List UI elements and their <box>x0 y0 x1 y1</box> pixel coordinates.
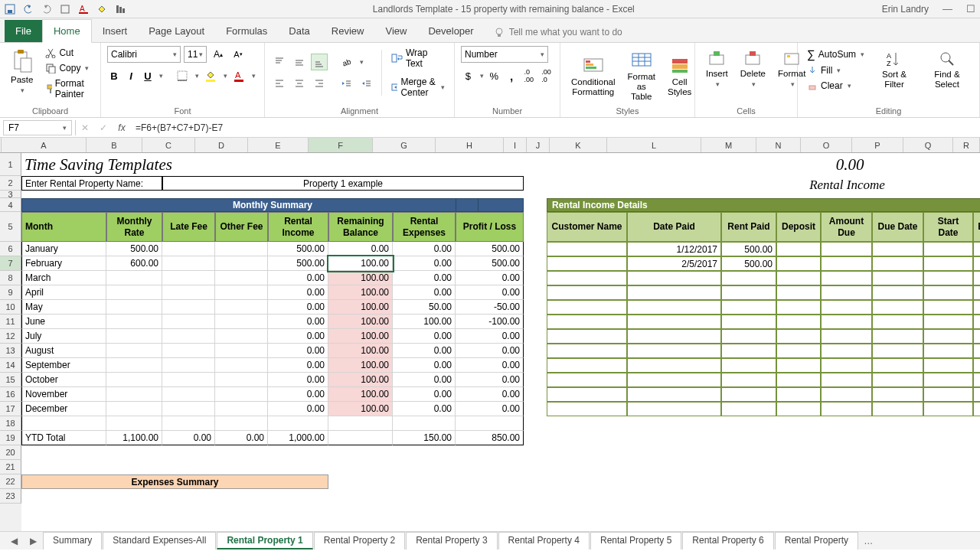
cell-Q15[interactable] <box>923 373 973 387</box>
cell-C6[interactable] <box>162 242 215 256</box>
border-icon[interactable] <box>174 67 191 84</box>
cell-E19[interactable]: 1,000.00 <box>268 431 328 445</box>
cell-N14[interactable] <box>776 358 821 373</box>
cell-A17[interactable]: December <box>21 402 106 416</box>
cell-O17[interactable] <box>821 402 872 416</box>
minimize-icon[interactable]: — <box>942 3 952 15</box>
cell-D11[interactable] <box>215 315 268 329</box>
cell-B6[interactable]: 500.00 <box>106 242 162 256</box>
cell-C18[interactable] <box>162 416 215 431</box>
cell-E9[interactable]: 0.00 <box>268 285 328 300</box>
cell-O5[interactable]: Amount Due <box>821 212 872 242</box>
cell-J4[interactable]: Rental Income Details <box>547 198 980 212</box>
cell-Q14[interactable] <box>923 358 973 373</box>
cell-H19[interactable]: 850.00 <box>456 431 524 445</box>
qat-icon-2[interactable] <box>115 4 126 15</box>
cell-D18[interactable] <box>215 416 268 431</box>
cell-N6[interactable] <box>776 242 821 256</box>
cell-G10[interactable]: 50.00 <box>393 300 456 315</box>
cell-C13[interactable] <box>162 344 215 358</box>
cell-G11[interactable]: 100.00 <box>393 315 456 329</box>
cell-E15[interactable]: 0.00 <box>268 373 328 387</box>
fill-color-icon[interactable] <box>202 67 219 84</box>
sheet-tab-rental-property-5[interactable]: Rental Property 5 <box>590 532 681 549</box>
cell-D7[interactable] <box>215 256 268 271</box>
cell-G13[interactable]: 0.00 <box>393 344 456 358</box>
sheet-nav-prev[interactable]: ◀ <box>5 536 24 546</box>
cell-B10[interactable] <box>106 300 162 315</box>
align-right-icon[interactable] <box>311 75 328 92</box>
cell-A13[interactable]: August <box>21 344 106 358</box>
wrap-text-button[interactable]: Wrap Text <box>388 46 448 70</box>
align-left-icon[interactable] <box>271 75 288 92</box>
cell-A22[interactable]: Expenses Summary <box>21 474 328 489</box>
cell-N12[interactable] <box>776 329 821 344</box>
cell-R6[interactable] <box>973 242 980 256</box>
cell-O8[interactable] <box>821 271 872 285</box>
cell-J10[interactable] <box>547 300 627 315</box>
cell-N1[interactable]: 0.00 <box>776 153 923 176</box>
user-name[interactable]: Erin Landry <box>882 4 935 15</box>
cell-E5[interactable]: Rental Income <box>268 212 328 242</box>
cell-B19[interactable]: 1,100.00 <box>106 431 162 445</box>
cell-R11[interactable] <box>973 315 980 329</box>
cell-O10[interactable] <box>821 300 872 315</box>
cell-F12[interactable]: 100.00 <box>328 329 393 344</box>
cell-C9[interactable] <box>162 285 215 300</box>
cell-C16[interactable] <box>162 387 215 402</box>
tab-insert[interactable]: Insert <box>92 20 139 42</box>
cell-grid[interactable]: Time Saving Templates0.00Rental IncomeEn… <box>21 153 980 531</box>
cell-D5[interactable]: Other Fee <box>215 212 268 242</box>
cell-E14[interactable]: 0.00 <box>268 358 328 373</box>
cell-M6[interactable]: 500.00 <box>721 242 776 256</box>
cell-M16[interactable] <box>721 387 776 402</box>
cell-J17[interactable] <box>547 402 627 416</box>
cell-L7[interactable]: 2/5/2017 <box>627 256 721 271</box>
cell-J11[interactable] <box>547 315 627 329</box>
cell-Q7[interactable] <box>923 256 973 271</box>
cell-E6[interactable]: 500.00 <box>268 242 328 256</box>
conditional-formatting-button[interactable]: Conditional Formatting <box>567 51 620 100</box>
cell-L15[interactable] <box>627 373 721 387</box>
shrink-font-icon[interactable]: A▾ <box>230 46 247 63</box>
cell-D14[interactable] <box>215 358 268 373</box>
cell-E13[interactable]: 0.00 <box>268 344 328 358</box>
increase-decimal-icon[interactable]: .0.00 <box>521 67 536 84</box>
cell-J5[interactable]: Customer Name <box>547 212 627 242</box>
cell-C10[interactable] <box>162 300 215 315</box>
cell-P7[interactable] <box>872 256 923 271</box>
cell-N13[interactable] <box>776 344 821 358</box>
cell-L14[interactable] <box>627 358 721 373</box>
cell-Q10[interactable] <box>923 300 973 315</box>
cell-G19[interactable]: 150.00 <box>393 431 456 445</box>
cell-A6[interactable]: January <box>21 242 106 256</box>
cell-H11[interactable]: -100.00 <box>456 315 524 329</box>
tab-page-layout[interactable]: Page Layout <box>138 20 215 42</box>
cell-B18[interactable] <box>106 416 162 431</box>
cell-L13[interactable] <box>627 344 721 358</box>
cell-R10[interactable] <box>973 300 980 315</box>
cell-A2[interactable]: Enter Rental Property Name: <box>21 176 162 191</box>
cell-A12[interactable]: July <box>21 329 106 344</box>
cell-C17[interactable] <box>162 402 215 416</box>
cell-B5[interactable]: Monthly Rate <box>106 212 162 242</box>
tell-me[interactable]: Tell me what you want to do <box>494 27 622 42</box>
cell-E10[interactable]: 0.00 <box>268 300 328 315</box>
cell-N16[interactable] <box>776 387 821 402</box>
tab-formulas[interactable]: Formulas <box>215 20 278 42</box>
find-select-button[interactable]: Find & Select <box>921 47 973 93</box>
cell-A4[interactable]: Monthly Summary <box>21 198 524 212</box>
cell-L8[interactable] <box>627 271 721 285</box>
cell-N11[interactable] <box>776 315 821 329</box>
cell-H7[interactable]: 500.00 <box>456 256 524 271</box>
cell-M13[interactable] <box>721 344 776 358</box>
cell-D19[interactable]: 0.00 <box>215 431 268 445</box>
insert-cells-button[interactable]: Insert▾ <box>701 46 733 91</box>
cell-D16[interactable] <box>215 387 268 402</box>
cell-B16[interactable] <box>106 387 162 402</box>
cell-E12[interactable]: 0.00 <box>268 329 328 344</box>
cell-D13[interactable] <box>215 344 268 358</box>
cell-H14[interactable]: 0.00 <box>456 358 524 373</box>
cancel-formula-icon[interactable]: ✕ <box>76 122 94 133</box>
cell-F11[interactable]: 100.00 <box>328 315 393 329</box>
